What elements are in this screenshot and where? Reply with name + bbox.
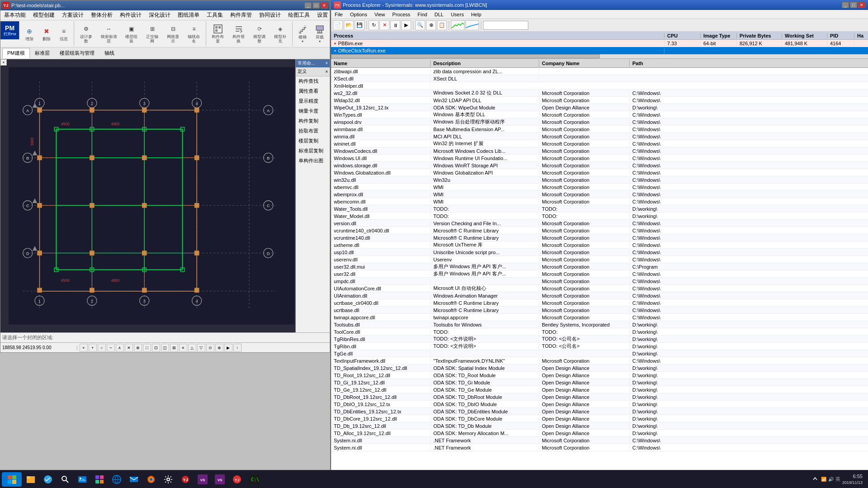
taskbar-browser[interactable] [109,472,125,487]
tab-pm[interactable]: PM建模 [2,48,30,58]
menu-item-model[interactable]: 模型创建 [29,10,58,20]
taskbar-vs2[interactable]: VS [212,472,228,487]
dll-table-row[interactable]: ToolCore.dll TODO: TODO: D:\working\ [331,328,868,336]
cmd-item-std-copy[interactable]: 标准层复制 [296,146,330,156]
pe-menu-find[interactable]: Find [414,11,431,18]
status-btn-grid[interactable]: ⊡ [152,344,160,352]
status-btn-plus2[interactable]: ⊞ [170,344,178,352]
quick-cmd-tab[interactable]: 定义 [298,68,307,75]
tab-axis[interactable]: 轴线 [100,48,119,58]
dll-table-row[interactable]: Windows.UI.dll Windows Runtime UI Founda… [331,155,868,162]
menu-item-drawing[interactable]: 图纸清单 [174,10,203,20]
menu-item-basic[interactable]: 基本功能 [0,10,29,20]
pe-find-btn[interactable]: 🔍 [415,20,425,30]
dll-table-row[interactable]: Wldap32.dll Win32 LDAP API DLL Microsoft… [331,97,868,104]
status-btn-sq[interactable]: □ [143,344,151,352]
dll-table-row[interactable]: userenv.dll Userenv Microsoft Corporatio… [331,256,868,263]
pe-menu-help[interactable]: Help [467,11,485,18]
dll-table-row[interactable]: ucrtbase_clr0400.dll Microsoft® C Runtim… [331,299,868,307]
status-btn-arrow-up[interactable]: ↑ [233,344,242,352]
menu-item-collab[interactable]: 协同设计 [256,10,285,20]
status-btn-cross[interactable]: ✕ [125,344,133,352]
dll-table-row[interactable]: ws2_32.dll Windows Socket 2.0 32 位 DLL M… [331,90,868,97]
dll-table-row[interactable]: XmlHelper.dll [331,82,868,90]
cad-canvas-area[interactable]: × 1 2 3 4 1 2 3 4 [0,59,330,332]
dll-table-row[interactable]: WinTypes.dll Windows 基本类型 DLL Microsoft … [331,111,868,118]
tray-keyboard-icon[interactable]: 英 [835,476,840,483]
dll-table-row[interactable]: ucrtbase.dll Microsoft® C Runtime Librar… [331,307,868,314]
taskbar-search[interactable] [57,472,73,487]
dll-table-row[interactable]: System.ni.dll .NET Framework Microsoft C… [331,437,868,444]
dll-table-row[interactable]: UIAutomationCore.dll Microsoft UI 自动化核心 … [331,285,868,292]
dll-table-row[interactable]: uxtheme.dll Microsoft UxTheme 库 Microsof… [331,242,868,249]
cmd-item-display[interactable]: 显示精度 [296,96,330,106]
map-std-btn[interactable]: ↔ 映射标准层 [97,22,121,45]
status-btn-x[interactable]: × [80,344,88,352]
pe-save-btn[interactable]: 💾 [355,20,365,30]
dll-table-row[interactable]: Toolsubs.dll Toolsubs for Windows Bentle… [331,321,868,328]
add-btn[interactable]: ⊕ 增加 [21,24,38,43]
dll-table-row[interactable]: TD_Gi_19.12src_12.dll ODA SDK: TD_Gi Mod… [331,379,868,386]
dll-table-row[interactable]: win32u.dll Win32u Microsoft Corporation … [331,176,868,184]
status-btn-tri-up[interactable]: △ [188,344,196,352]
quick-cmd-pin-icon[interactable]: × [325,69,328,74]
dll-table-row[interactable]: wbemvc.dll WMI Microsoft Corporation C:\… [331,184,868,191]
tray-volume-icon[interactable]: 🔊 [828,477,834,482]
start-button[interactable] [2,472,22,487]
dll-table-row[interactable]: TD_Ge_19.12src_12.dll ODA SDK: TD_Ge Mod… [331,386,868,393]
pe-top-hscroll[interactable] [331,54,868,59]
dll-table-row[interactable]: user32.dll 多用户 Windows 用户 API 客户... Micr… [331,270,868,278]
taskbar-puzzles[interactable] [91,472,108,487]
canvas-close-btn[interactable]: × [0,59,7,66]
taskbar-red2[interactable]: YJ [229,472,245,487]
dll-table-row[interactable]: Water_Tools.dll TODO: TODO: D:\working\ [331,205,868,213]
dll-table-row[interactable]: vcruntime140.dll Microsoft® C Runtime Li… [331,234,868,242]
dll-table-row[interactable]: TD_DbEntities_19.12src_12.tx ODA SDK: TD… [331,408,868,415]
pe-table-body[interactable]: zlibwapi.dll zlib data compression and Z… [331,68,868,480]
cmd-item-floor-copy[interactable]: 楼层复制 [296,136,330,146]
dll-table-row[interactable]: TD_DbIO_19.12src_12.tx ODA SDK: TD_DbIO … [331,401,868,408]
pe-menu-dll[interactable]: DLL [431,11,447,18]
dll-table-row[interactable]: usp10.dll Uniscribe Unicode script pro..… [331,249,868,256]
design-params-btn[interactable]: ⚙ 设计参数 [76,22,96,45]
model-supplement-btn[interactable]: ◈ 模型补充 [270,22,290,45]
dll-table-row[interactable]: TD_Alloc_19.12src_12.dll ODA SDK: Memory… [331,430,868,437]
pe-maximize-btn[interactable]: □ [850,2,857,8]
pe-kill-btn[interactable]: ✕ [379,20,389,30]
dll-table-row[interactable]: user32.dll.mui 多用户 Windows 用户 API 客户... … [331,263,868,270]
cad-close-btn[interactable]: ✕ [321,2,328,9]
quick-cmd-close-icon[interactable]: × [325,61,328,66]
dll-table-row[interactable]: winspool.drv Windows 后台处理程序驱动程序 Microsof… [331,118,868,126]
pe-new-btn[interactable]: 📄 [333,20,343,30]
comp-replace-btn[interactable]: 构件替换 [229,22,249,45]
pe-close-btn[interactable]: ✕ [858,2,865,8]
status-btn-up[interactable]: ∧ [116,344,124,352]
cad-maximize-btn[interactable]: □ [313,2,320,9]
cmd-item-steel[interactable]: 钢量卡度 [296,106,330,116]
tray-up-icon[interactable] [811,475,819,483]
status-btn-x2[interactable]: ⊗ [215,344,223,352]
axis-name-btn[interactable]: ≡ 轴线命名 [184,22,204,45]
pm-logo[interactable]: PM 打开PM [0,21,19,39]
status-btn-tri-dn[interactable]: ▽ [197,344,205,352]
dll-table-row[interactable]: TD_Root_19.12src_12.dll ODA SDK: TD_Root… [331,372,868,379]
dll-table-row[interactable]: WipeOut_19.12src_12.tx ODA SDK: WipeOut … [331,104,868,111]
dll-table-row[interactable]: TgRibn.dll TODO: <文件说明> TODO: <公司名> D:\w… [331,343,868,350]
dll-table-row[interactable]: wininet.dll Win32 的 Internet 扩展 Microsof… [331,140,868,147]
dll-table-row[interactable]: winma.dll MCI API DLL Microsoft Corporat… [331,133,868,140]
menu-item-analysis[interactable]: 整体分析 [87,10,116,20]
pe-minimize-btn[interactable]: _ [842,2,849,8]
dll-table-row[interactable]: zlibwapi.dll zlib data compression and Z… [331,68,868,75]
model-adjust-btn[interactable]: ⟳ 模型调整 [250,22,270,45]
taskbar-vs[interactable]: VS [194,472,211,487]
dll-table-row[interactable]: TD_DbRoot_19.12src_12.dll ODA SDK: TD_Db… [331,393,868,401]
status-btn-circle[interactable]: ○ [98,344,106,352]
status-btn-lines[interactable]: ≡ [179,344,187,352]
tab-std[interactable]: 标准层 [30,48,55,58]
status-btn-plus[interactable]: + [89,344,97,352]
dll-table-row[interactable]: winmbase.dll Base Multimedia Extension A… [331,126,868,133]
cmd-item-copy[interactable]: 构件复制 [296,116,330,126]
dll-table-row[interactable]: UIAnimation.dll Windows Animation Manage… [331,292,868,299]
delete-btn[interactable]: ✖ 删除 [38,24,55,43]
cmd-item-single-draw[interactable]: 单构件出图 [296,156,330,166]
